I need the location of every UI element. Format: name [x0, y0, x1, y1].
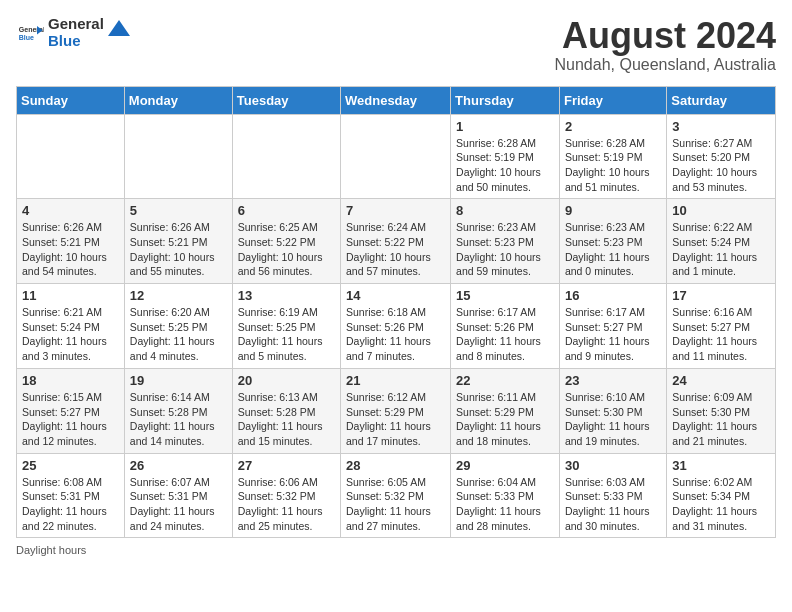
day-number: 2: [565, 119, 661, 134]
calendar-week-row: 1Sunrise: 6:28 AMSunset: 5:19 PMDaylight…: [17, 114, 776, 199]
day-info: Sunrise: 6:16 AMSunset: 5:27 PMDaylight:…: [672, 305, 770, 364]
day-info: Sunrise: 6:26 AMSunset: 5:21 PMDaylight:…: [130, 220, 227, 279]
day-info: Sunrise: 6:09 AMSunset: 5:30 PMDaylight:…: [672, 390, 770, 449]
calendar-cell: 13Sunrise: 6:19 AMSunset: 5:25 PMDayligh…: [232, 284, 340, 369]
column-header-friday: Friday: [559, 86, 666, 114]
calendar-cell: 6Sunrise: 6:25 AMSunset: 5:22 PMDaylight…: [232, 199, 340, 284]
day-number: 13: [238, 288, 335, 303]
calendar-cell: [124, 114, 232, 199]
day-number: 28: [346, 458, 445, 473]
day-info: Sunrise: 6:28 AMSunset: 5:19 PMDaylight:…: [565, 136, 661, 195]
day-number: 29: [456, 458, 554, 473]
day-number: 7: [346, 203, 445, 218]
day-number: 26: [130, 458, 227, 473]
header: General Blue General Blue August 2024 Nu…: [16, 16, 776, 74]
day-info: Sunrise: 6:02 AMSunset: 5:34 PMDaylight:…: [672, 475, 770, 534]
calendar-cell: 8Sunrise: 6:23 AMSunset: 5:23 PMDaylight…: [451, 199, 560, 284]
day-number: 17: [672, 288, 770, 303]
calendar-cell: 1Sunrise: 6:28 AMSunset: 5:19 PMDaylight…: [451, 114, 560, 199]
calendar-cell: 31Sunrise: 6:02 AMSunset: 5:34 PMDayligh…: [667, 453, 776, 538]
day-info: Sunrise: 6:25 AMSunset: 5:22 PMDaylight:…: [238, 220, 335, 279]
logo: General Blue General Blue: [16, 16, 130, 49]
column-header-saturday: Saturday: [667, 86, 776, 114]
calendar-cell: 7Sunrise: 6:24 AMSunset: 5:22 PMDaylight…: [341, 199, 451, 284]
calendar-cell: 27Sunrise: 6:06 AMSunset: 5:32 PMDayligh…: [232, 453, 340, 538]
day-number: 23: [565, 373, 661, 388]
calendar-cell: 24Sunrise: 6:09 AMSunset: 5:30 PMDayligh…: [667, 368, 776, 453]
day-number: 14: [346, 288, 445, 303]
calendar-cell: 5Sunrise: 6:26 AMSunset: 5:21 PMDaylight…: [124, 199, 232, 284]
day-number: 30: [565, 458, 661, 473]
calendar-cell: 19Sunrise: 6:14 AMSunset: 5:28 PMDayligh…: [124, 368, 232, 453]
day-info: Sunrise: 6:10 AMSunset: 5:30 PMDaylight:…: [565, 390, 661, 449]
daylight-label: Daylight hours: [16, 544, 86, 556]
svg-text:Blue: Blue: [19, 34, 34, 41]
calendar-cell: 17Sunrise: 6:16 AMSunset: 5:27 PMDayligh…: [667, 284, 776, 369]
day-info: Sunrise: 6:17 AMSunset: 5:26 PMDaylight:…: [456, 305, 554, 364]
day-info: Sunrise: 6:03 AMSunset: 5:33 PMDaylight:…: [565, 475, 661, 534]
calendar-cell: 4Sunrise: 6:26 AMSunset: 5:21 PMDaylight…: [17, 199, 125, 284]
day-info: Sunrise: 6:08 AMSunset: 5:31 PMDaylight:…: [22, 475, 119, 534]
day-number: 16: [565, 288, 661, 303]
calendar-cell: 2Sunrise: 6:28 AMSunset: 5:19 PMDaylight…: [559, 114, 666, 199]
day-info: Sunrise: 6:12 AMSunset: 5:29 PMDaylight:…: [346, 390, 445, 449]
location-title: Nundah, Queensland, Australia: [555, 56, 776, 74]
logo-general: General: [48, 16, 104, 33]
calendar-week-row: 18Sunrise: 6:15 AMSunset: 5:27 PMDayligh…: [17, 368, 776, 453]
day-info: Sunrise: 6:06 AMSunset: 5:32 PMDaylight:…: [238, 475, 335, 534]
calendar-week-row: 4Sunrise: 6:26 AMSunset: 5:21 PMDaylight…: [17, 199, 776, 284]
day-number: 6: [238, 203, 335, 218]
day-number: 31: [672, 458, 770, 473]
month-title: August 2024: [555, 16, 776, 56]
day-number: 21: [346, 373, 445, 388]
calendar-cell: 16Sunrise: 6:17 AMSunset: 5:27 PMDayligh…: [559, 284, 666, 369]
logo-triangle-icon: [108, 18, 130, 40]
day-number: 9: [565, 203, 661, 218]
calendar-cell: 14Sunrise: 6:18 AMSunset: 5:26 PMDayligh…: [341, 284, 451, 369]
day-number: 19: [130, 373, 227, 388]
column-header-tuesday: Tuesday: [232, 86, 340, 114]
column-header-thursday: Thursday: [451, 86, 560, 114]
calendar-cell: 30Sunrise: 6:03 AMSunset: 5:33 PMDayligh…: [559, 453, 666, 538]
day-info: Sunrise: 6:19 AMSunset: 5:25 PMDaylight:…: [238, 305, 335, 364]
calendar-cell: 11Sunrise: 6:21 AMSunset: 5:24 PMDayligh…: [17, 284, 125, 369]
day-number: 1: [456, 119, 554, 134]
day-info: Sunrise: 6:13 AMSunset: 5:28 PMDaylight:…: [238, 390, 335, 449]
day-number: 24: [672, 373, 770, 388]
calendar-week-row: 11Sunrise: 6:21 AMSunset: 5:24 PMDayligh…: [17, 284, 776, 369]
day-number: 25: [22, 458, 119, 473]
calendar-cell: 25Sunrise: 6:08 AMSunset: 5:31 PMDayligh…: [17, 453, 125, 538]
day-info: Sunrise: 6:15 AMSunset: 5:27 PMDaylight:…: [22, 390, 119, 449]
day-info: Sunrise: 6:14 AMSunset: 5:28 PMDaylight:…: [130, 390, 227, 449]
calendar-cell: 21Sunrise: 6:12 AMSunset: 5:29 PMDayligh…: [341, 368, 451, 453]
logo-icon: General Blue: [16, 19, 44, 47]
day-info: Sunrise: 6:04 AMSunset: 5:33 PMDaylight:…: [456, 475, 554, 534]
day-info: Sunrise: 6:18 AMSunset: 5:26 PMDaylight:…: [346, 305, 445, 364]
day-info: Sunrise: 6:05 AMSunset: 5:32 PMDaylight:…: [346, 475, 445, 534]
calendar-cell: 3Sunrise: 6:27 AMSunset: 5:20 PMDaylight…: [667, 114, 776, 199]
day-info: Sunrise: 6:11 AMSunset: 5:29 PMDaylight:…: [456, 390, 554, 449]
title-area: August 2024 Nundah, Queensland, Australi…: [555, 16, 776, 74]
day-info: Sunrise: 6:26 AMSunset: 5:21 PMDaylight:…: [22, 220, 119, 279]
calendar-cell: 18Sunrise: 6:15 AMSunset: 5:27 PMDayligh…: [17, 368, 125, 453]
day-number: 12: [130, 288, 227, 303]
calendar-table: SundayMondayTuesdayWednesdayThursdayFrid…: [16, 86, 776, 539]
day-info: Sunrise: 6:27 AMSunset: 5:20 PMDaylight:…: [672, 136, 770, 195]
day-info: Sunrise: 6:20 AMSunset: 5:25 PMDaylight:…: [130, 305, 227, 364]
day-number: 20: [238, 373, 335, 388]
day-number: 11: [22, 288, 119, 303]
calendar-cell: 15Sunrise: 6:17 AMSunset: 5:26 PMDayligh…: [451, 284, 560, 369]
svg-marker-4: [108, 20, 130, 36]
column-header-monday: Monday: [124, 86, 232, 114]
footer: Daylight hours: [16, 544, 776, 556]
calendar-cell: 26Sunrise: 6:07 AMSunset: 5:31 PMDayligh…: [124, 453, 232, 538]
day-info: Sunrise: 6:24 AMSunset: 5:22 PMDaylight:…: [346, 220, 445, 279]
day-info: Sunrise: 6:07 AMSunset: 5:31 PMDaylight:…: [130, 475, 227, 534]
day-info: Sunrise: 6:23 AMSunset: 5:23 PMDaylight:…: [565, 220, 661, 279]
column-header-wednesday: Wednesday: [341, 86, 451, 114]
column-header-sunday: Sunday: [17, 86, 125, 114]
day-number: 22: [456, 373, 554, 388]
calendar-week-row: 25Sunrise: 6:08 AMSunset: 5:31 PMDayligh…: [17, 453, 776, 538]
calendar-header-row: SundayMondayTuesdayWednesdayThursdayFrid…: [17, 86, 776, 114]
calendar-cell: 22Sunrise: 6:11 AMSunset: 5:29 PMDayligh…: [451, 368, 560, 453]
